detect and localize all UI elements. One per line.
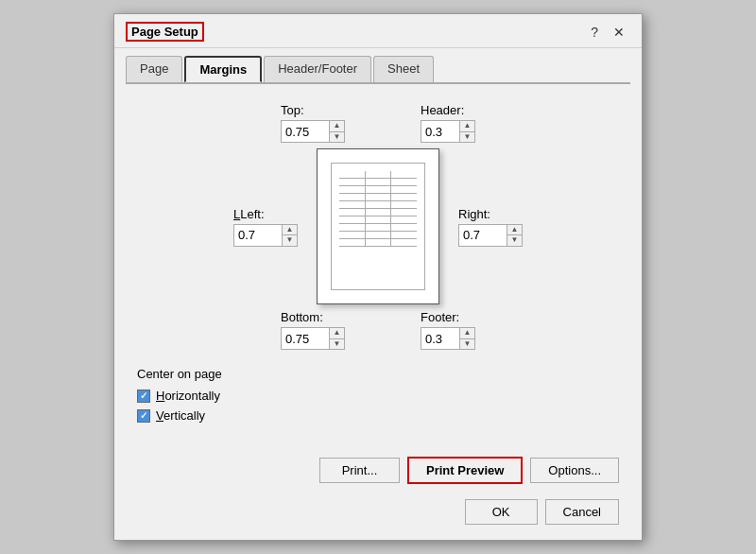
tab-sheet[interactable]: Sheet bbox=[373, 56, 434, 82]
table-cell bbox=[391, 186, 417, 193]
top-spin-up[interactable]: ▲ bbox=[330, 121, 344, 132]
table-row-preview bbox=[339, 201, 417, 209]
footer-spinner[interactable]: ▲ ▼ bbox=[421, 327, 475, 350]
horizontally-row: ✓ Horizontally bbox=[137, 389, 619, 403]
left-spin-down[interactable]: ▼ bbox=[283, 235, 297, 246]
header-spinner[interactable]: ▲ ▼ bbox=[421, 120, 475, 143]
title-bar-right: ? ✕ bbox=[585, 24, 630, 41]
cancel-button[interactable]: Cancel bbox=[545, 499, 619, 525]
right-spinner[interactable]: ▲ ▼ bbox=[458, 224, 523, 247]
left-spin-up[interactable]: ▲ bbox=[283, 225, 297, 236]
table-cell bbox=[391, 209, 417, 216]
table-cell bbox=[366, 216, 392, 223]
table-row-preview bbox=[339, 194, 417, 201]
right-field-group: Right: ▲ ▼ bbox=[458, 207, 523, 247]
print-preview-button[interactable]: Print Preview bbox=[407, 457, 523, 484]
vertically-checkbox[interactable]: ✓ bbox=[137, 409, 150, 423]
left-spinner-btns: ▲ ▼ bbox=[282, 225, 297, 246]
tabs-row: Page Margins Header/Footer Sheet bbox=[114, 48, 642, 82]
table-cell bbox=[339, 179, 366, 185]
footer-spinner-btns: ▲ ▼ bbox=[459, 328, 474, 349]
middle-row: LLeft: ▲ ▼ bbox=[137, 148, 619, 304]
action-buttons-row: Print... Print Preview Options... bbox=[114, 447, 642, 499]
top-spinner[interactable]: ▲ ▼ bbox=[281, 120, 345, 143]
table-row-preview bbox=[339, 186, 417, 194]
dialog-title: Page Setup bbox=[126, 22, 204, 42]
header-label: Header: bbox=[421, 103, 464, 117]
bottom-spin-up[interactable]: ▲ bbox=[330, 328, 344, 339]
vertically-row: ✓ Vertically bbox=[137, 408, 619, 423]
table-row-preview bbox=[339, 224, 417, 232]
table-cell bbox=[391, 194, 417, 200]
top-margin-row: Top: ▲ ▼ Header: ▲ bbox=[137, 103, 619, 143]
print-button[interactable]: Print... bbox=[319, 458, 400, 483]
table-row-preview bbox=[339, 171, 417, 179]
table-cell bbox=[339, 224, 366, 231]
checkmark-icon: ✓ bbox=[140, 390, 147, 401]
footer-spin-down[interactable]: ▼ bbox=[460, 339, 474, 350]
close-button[interactable]: ✕ bbox=[608, 24, 630, 41]
table-cell bbox=[339, 201, 366, 208]
top-field-group: Top: ▲ ▼ bbox=[281, 103, 345, 143]
help-button[interactable]: ? bbox=[585, 24, 604, 41]
tab-header-footer[interactable]: Header/Footer bbox=[264, 56, 371, 82]
table-cell bbox=[339, 194, 366, 200]
footer-label: Footer: bbox=[421, 310, 459, 324]
table-cell bbox=[391, 224, 417, 231]
tab-page[interactable]: Page bbox=[126, 56, 182, 82]
header-input[interactable] bbox=[421, 121, 459, 142]
table-row-preview bbox=[339, 209, 417, 216]
table-cell bbox=[391, 171, 417, 178]
options-button[interactable]: Options... bbox=[530, 458, 619, 483]
header-spin-down[interactable]: ▼ bbox=[460, 132, 474, 143]
bottom-spinner-btns: ▲ ▼ bbox=[329, 328, 344, 349]
right-label: Right: bbox=[458, 207, 490, 221]
footer-spin-up[interactable]: ▲ bbox=[460, 328, 474, 339]
top-spinner-btns: ▲ ▼ bbox=[329, 121, 344, 142]
margins-layout: Top: ▲ ▼ Header: ▲ bbox=[137, 103, 619, 350]
ok-button[interactable]: OK bbox=[465, 499, 538, 525]
table-row-preview bbox=[339, 179, 417, 186]
table-cell bbox=[391, 216, 417, 223]
left-spinner[interactable]: ▲ ▼ bbox=[233, 224, 298, 247]
tab-margins[interactable]: Margins bbox=[184, 56, 262, 82]
header-spin-up[interactable]: ▲ bbox=[460, 121, 474, 132]
table-cell bbox=[339, 216, 366, 223]
table-cell bbox=[366, 194, 392, 200]
left-field-group: LLeft: ▲ ▼ bbox=[233, 207, 298, 247]
right-spinner-btns: ▲ ▼ bbox=[507, 225, 522, 246]
top-spin-down[interactable]: ▼ bbox=[330, 132, 344, 143]
table-row-preview bbox=[339, 239, 417, 247]
bottom-margin-row: Bottom: ▲ ▼ Footer: ▲ bbox=[137, 310, 619, 350]
table-cell bbox=[391, 201, 417, 208]
ok-cancel-row: OK Cancel bbox=[114, 499, 642, 540]
page-setup-dialog: Page Setup ? ✕ Page Margins Header/Foote… bbox=[113, 13, 643, 541]
table-preview bbox=[339, 171, 417, 282]
table-cell bbox=[339, 239, 366, 246]
top-input[interactable] bbox=[282, 121, 329, 142]
center-on-page-title: Center on page bbox=[137, 367, 619, 381]
bottom-spin-down[interactable]: ▼ bbox=[330, 339, 344, 350]
right-spin-down[interactable]: ▼ bbox=[507, 235, 522, 246]
bottom-field-group: Bottom: ▲ ▼ bbox=[281, 310, 345, 350]
right-input[interactable] bbox=[459, 225, 507, 246]
footer-field-group: Footer: ▲ ▼ bbox=[421, 310, 475, 350]
vertically-label: Vertically bbox=[156, 408, 205, 423]
table-cell bbox=[366, 201, 392, 208]
left-label: LLeft: bbox=[233, 207, 265, 221]
table-cell bbox=[391, 179, 417, 185]
left-input[interactable] bbox=[234, 225, 282, 246]
bottom-spinner[interactable]: ▲ ▼ bbox=[281, 327, 345, 350]
bottom-input[interactable] bbox=[282, 328, 329, 349]
right-section: Right: ▲ ▼ bbox=[458, 207, 523, 247]
table-cell bbox=[339, 209, 366, 216]
right-spin-up[interactable]: ▲ bbox=[507, 225, 522, 236]
table-cell bbox=[391, 232, 417, 238]
table-row-preview bbox=[339, 216, 417, 224]
table-cell bbox=[366, 232, 392, 238]
footer-input[interactable] bbox=[421, 328, 459, 349]
top-label: Top: bbox=[281, 103, 304, 117]
horizontally-checkbox[interactable]: ✓ bbox=[137, 390, 150, 403]
table-cell bbox=[366, 171, 392, 178]
table-cell bbox=[366, 186, 392, 193]
